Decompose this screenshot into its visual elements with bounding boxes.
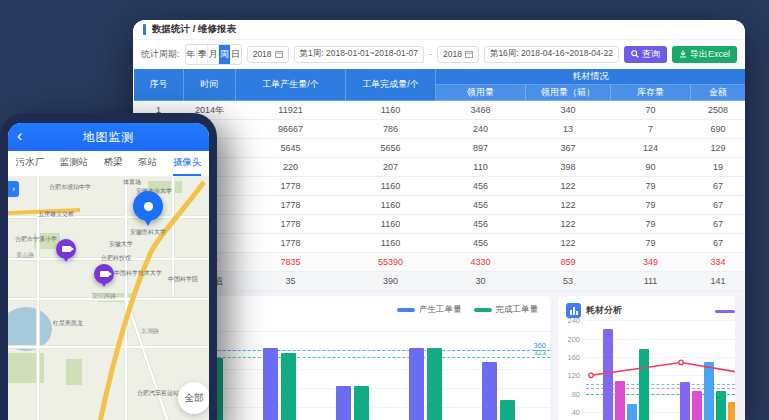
col-header-time: 时间 bbox=[184, 69, 236, 101]
map-labels-layer: 合肥市琥珀中学体育场安徽农业大学五里墩立交桥安徽医科大学合肥市宁溪小学安徽大学合… bbox=[8, 177, 209, 420]
bar-产生工单量 bbox=[482, 362, 497, 420]
week-from-input[interactable]: 第1周: 2018-01-01~2018-01-07 bbox=[294, 46, 424, 63]
y-axis-tick: 240 bbox=[558, 316, 580, 325]
segment-day[interactable]: 日 bbox=[230, 45, 241, 64]
bar-完成工单量 bbox=[500, 400, 515, 420]
breadcrumb: 数据统计 / 维修报表 bbox=[133, 20, 745, 40]
breadcrumb-text: 数据统计 / 维修报表 bbox=[152, 23, 236, 36]
map-panel-toggle[interactable]: › bbox=[8, 181, 19, 197]
tab-pump-station[interactable]: 泵站 bbox=[138, 151, 157, 176]
breadcrumb-accent-bar bbox=[143, 24, 146, 35]
consumable-bar bbox=[716, 391, 726, 420]
col-header-completed: 工单完成量/个 bbox=[346, 69, 436, 101]
consumable-bar bbox=[627, 404, 637, 420]
tab-sewage-plant[interactable]: 污水厂 bbox=[16, 151, 45, 176]
bar-产生工单量 bbox=[336, 386, 351, 420]
camera-pin[interactable] bbox=[56, 239, 76, 259]
table-row: 12014年1192111603468340702508 bbox=[134, 101, 746, 120]
bar-完成工单量 bbox=[427, 348, 442, 420]
camera-icon bbox=[100, 271, 109, 277]
y-axis-tick: 160 bbox=[558, 353, 580, 362]
bar-完成工单量 bbox=[281, 353, 296, 420]
search-icon bbox=[631, 50, 639, 58]
y-axis-tick: 120 bbox=[558, 371, 580, 380]
tab-monitor-station[interactable]: 监测站 bbox=[60, 151, 89, 176]
col-subheader-2: 领用量（箱） bbox=[526, 85, 611, 101]
tab-bridge[interactable]: 桥梁 bbox=[104, 151, 123, 176]
map-poi-label: 中国科学技术大学 bbox=[114, 269, 162, 278]
back-chevron-icon[interactable]: ‹ bbox=[17, 126, 22, 146]
map-poi-label: 合肥市琥珀中学 bbox=[49, 183, 91, 192]
phone-tab-bar: 污水厂 监测站 桥梁 泵站 摄像头 bbox=[8, 151, 209, 177]
map-poi-label: 黄山路 bbox=[16, 251, 34, 260]
phone-screen: ‹ 地图监测 污水厂 监测站 桥梁 泵站 摄像头 bbox=[8, 123, 209, 420]
admin-dashboard-window: 数据统计 / 维修报表 统计周期: 年 季 月 周 日 2018 第1周: 20… bbox=[133, 20, 745, 420]
calendar-icon bbox=[465, 50, 473, 58]
col-subheader-1: 领用量 bbox=[436, 85, 526, 101]
map-view[interactable]: 合肥市琥珀中学体育场安徽农业大学五里墩立交桥安徽医科大学合肥市宁溪小学安徽大学合… bbox=[8, 177, 209, 420]
camera-pin[interactable] bbox=[94, 264, 114, 284]
pin-dot bbox=[144, 202, 153, 211]
consumable-bar bbox=[692, 391, 702, 420]
table-row: 356455656897367124129 bbox=[134, 139, 746, 158]
segment-month[interactable]: 月 bbox=[207, 45, 218, 64]
segment-year[interactable]: 年 bbox=[186, 45, 197, 64]
map-poi-label: 体育场 bbox=[123, 178, 141, 187]
filter-bar: 统计周期: 年 季 月 周 日 2018 第1周: 2018-01-01~201… bbox=[133, 40, 745, 68]
map-poi-label: 安徽大学 bbox=[109, 240, 133, 249]
map-poi-label: 望江西路 bbox=[92, 292, 116, 301]
year-to-select[interactable]: 2018 bbox=[437, 46, 479, 63]
download-icon bbox=[679, 50, 687, 58]
map-poi-label: 合肥科技馆 bbox=[101, 254, 131, 263]
topbar: 数据统计 / 维修报表 统计周期: 年 季 月 周 日 2018 第1周: 20… bbox=[133, 20, 745, 68]
total-row: 合计7835553904330859349334 bbox=[134, 253, 746, 272]
period-segmented-control: 年 季 月 周 日 bbox=[185, 44, 242, 65]
consumables-chart-card: 耗材分析 2402001601208040 bbox=[558, 296, 735, 420]
map-poi-label: 合肥市宁溪小学 bbox=[15, 235, 57, 244]
show-all-button[interactable]: 全部 bbox=[178, 382, 209, 414]
col-header-created: 工单产生量/个 bbox=[236, 69, 346, 101]
table-row: 7177811604561227967 bbox=[134, 215, 746, 234]
col-header-index: 序号 bbox=[134, 69, 184, 101]
map-poi-label: 五里墩立交桥 bbox=[38, 210, 74, 219]
col-subheader-3: 库存量 bbox=[611, 85, 691, 101]
bar-完成工单量 bbox=[354, 386, 369, 420]
table-body: 12014年1192111603468340702508296667786240… bbox=[134, 101, 746, 291]
chart2-plot-area: 2402001601208040 bbox=[558, 296, 735, 420]
consumable-bar bbox=[639, 349, 649, 420]
map-poi-label: 太湖路 bbox=[141, 327, 159, 336]
range-separator: - bbox=[429, 49, 432, 59]
selected-location-pin[interactable] bbox=[133, 191, 163, 221]
consumable-bar bbox=[603, 329, 613, 420]
consumable-bar bbox=[680, 382, 690, 420]
tab-camera[interactable]: 摄像头 bbox=[173, 151, 202, 176]
segment-week[interactable]: 周 bbox=[218, 45, 229, 64]
phone-header: ‹ 地图监测 bbox=[8, 123, 209, 151]
y-axis-tick: 80 bbox=[558, 390, 580, 399]
consumable-bar bbox=[728, 402, 735, 420]
consumable-bar bbox=[704, 362, 714, 420]
export-excel-button[interactable]: 导出Excel bbox=[672, 46, 737, 63]
reference-line-label: 323 bbox=[533, 348, 546, 357]
map-poi-label: 红星美凯龙 bbox=[53, 319, 83, 328]
bar-产生工单量 bbox=[409, 348, 424, 420]
table-row: 42202071103989019 bbox=[134, 158, 746, 177]
phone-page-title: 地图监测 bbox=[83, 129, 135, 146]
table-row: 6177811604561227967 bbox=[134, 196, 746, 215]
map-poi-label: 安徽医科大学 bbox=[130, 228, 166, 237]
week-to-input[interactable]: 第16周: 2018-04-16~2018-04-22 bbox=[484, 46, 619, 63]
table-row: 5177811604561227967 bbox=[134, 177, 746, 196]
segment-quarter[interactable]: 季 bbox=[196, 45, 207, 64]
screenshot-stage: 数据统计 / 维修报表 统计周期: 年 季 月 周 日 2018 第1周: 20… bbox=[0, 0, 769, 420]
y-axis-tick: 40 bbox=[558, 408, 580, 417]
map-poi-label: 中国科学院 bbox=[168, 275, 198, 284]
bar-产生工单量 bbox=[263, 348, 278, 420]
y-axis-tick: 200 bbox=[558, 335, 580, 344]
camera-icon bbox=[62, 246, 71, 252]
charts-row: 产生工单量 完成工单量 360323 耗材分析 2402001601208040 bbox=[133, 291, 745, 420]
year-from-select[interactable]: 2018 bbox=[247, 46, 289, 63]
table-row: 8177811604561227967 bbox=[134, 234, 746, 253]
period-label: 统计周期: bbox=[141, 48, 180, 61]
report-table: 序号 时间 工单产生量/个 工单完成量/个 耗材情况 领用量 领用量（箱） 库存… bbox=[133, 68, 745, 291]
query-button[interactable]: 查询 bbox=[624, 46, 667, 63]
